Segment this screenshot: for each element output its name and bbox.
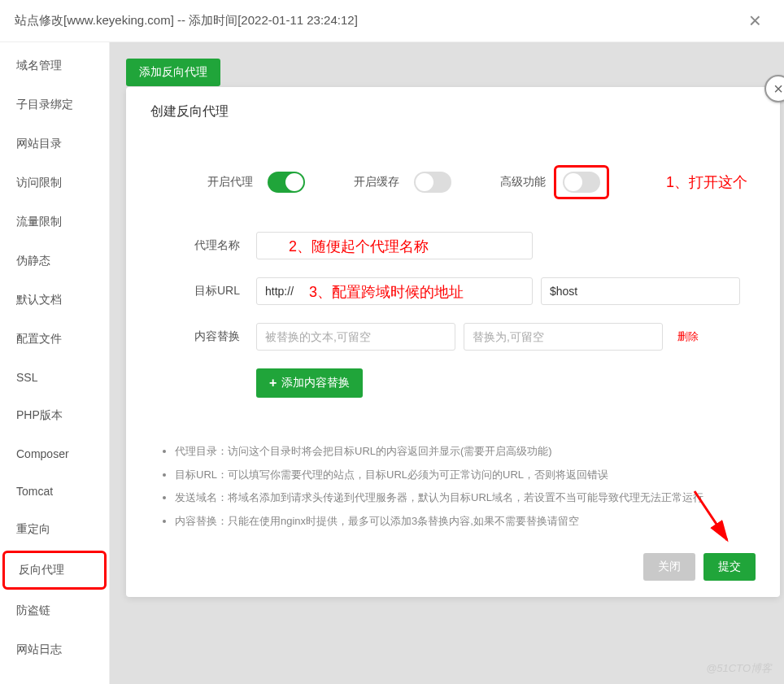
watermark: @51CTO博客	[706, 661, 772, 676]
header: 站点修改[www.keyeking.com] -- 添加时间[2022-01-1…	[0, 0, 784, 42]
annotation-1: 1、打开这个	[666, 172, 747, 192]
host-input[interactable]	[541, 277, 740, 305]
delete-replace-link[interactable]: 删除	[677, 329, 699, 344]
content-replace-row: 内容替换 删除	[159, 323, 747, 351]
sidebar-item-config[interactable]: 配置文件	[0, 320, 109, 359]
close-icon[interactable]: ×	[741, 8, 769, 33]
advanced-highlight-box	[554, 165, 609, 199]
target-url-label: 目标URL	[159, 284, 240, 298]
enable-cache-label: 开启缓存	[354, 175, 399, 190]
proxy-name-row: 代理名称 2、随便起个代理名称	[159, 232, 747, 259]
enable-proxy-label: 开启代理	[207, 175, 253, 190]
help-item: 发送域名：将域名添加到请求头传递到代理服务器，默认为目标URL域名，若设置不当可…	[175, 486, 747, 510]
replace-from-input[interactable]	[256, 323, 455, 351]
content-area: 添加反向代理 × 创建反向代理 开启代理 开启缓存 高级功	[110, 42, 784, 684]
sidebar-item-access[interactable]: 访问限制	[0, 163, 109, 203]
sidebar-item-php[interactable]: PHP版本	[0, 396, 109, 435]
toggle-group-proxy: 开启代理	[207, 172, 305, 193]
sidebar-item-pseudo[interactable]: 伪静态	[0, 242, 109, 281]
sidebar-item-ssl[interactable]: SSL	[0, 359, 109, 396]
proxy-name-label: 代理名称	[159, 238, 240, 253]
replace-to-input[interactable]	[464, 323, 663, 351]
help-item: 代理目录：访问这个目录时将会把目标URL的内容返回并显示(需要开启高级功能)	[175, 440, 747, 464]
add-content-replace-button[interactable]: + 添加内容替换	[256, 368, 363, 398]
add-replace-label: 添加内容替换	[281, 376, 350, 390]
toggle-group-cache: 开启缓存	[354, 172, 451, 193]
submit-button[interactable]: 提交	[703, 553, 756, 581]
help-item: 内容替换：只能在使用nginx时提供，最多可以添加3条替换内容,如果不需要替换请…	[175, 510, 747, 534]
cancel-button[interactable]: 关闭	[643, 553, 695, 581]
content-replace-label: 内容替换	[159, 329, 240, 344]
sidebar-item-composer[interactable]: Composer	[0, 435, 109, 473]
sidebar-item-sitedir[interactable]: 网站目录	[0, 124, 109, 163]
sidebar-item-subdir[interactable]: 子目录绑定	[0, 85, 109, 124]
enable-cache-toggle[interactable]	[414, 172, 451, 193]
advanced-toggle[interactable]	[563, 172, 600, 193]
add-reverse-proxy-button[interactable]: 添加反向代理	[126, 59, 220, 86]
sidebar-item-traffic[interactable]: 流量限制	[0, 203, 109, 242]
proxy-name-input[interactable]	[256, 232, 533, 259]
modal-body: 开启代理 开启缓存 高级功能 1、打开这个	[126, 133, 780, 424]
main-area: 域名管理 子目录绑定 网站目录 访问限制 流量限制 伪静态 默认文档 配置文件 …	[0, 42, 784, 684]
toggle-row: 开启代理 开启缓存 高级功能 1、打开这个	[159, 165, 747, 199]
sidebar-item-logs[interactable]: 网站日志	[0, 630, 109, 669]
sidebar-item-reverse-proxy[interactable]: 反向代理	[2, 551, 107, 590]
help-list: 代理目录：访问这个目录时将会把目标URL的内容返回并显示(需要开启高级功能) 目…	[142, 424, 780, 541]
modal-title: 创建反向代理	[126, 87, 780, 133]
advanced-label: 高级功能	[500, 175, 546, 190]
sidebar-item-defaultdoc[interactable]: 默认文档	[0, 281, 109, 320]
toggle-group-advanced: 高级功能	[500, 165, 609, 199]
enable-proxy-toggle[interactable]	[268, 172, 305, 193]
create-proxy-modal: × 创建反向代理 开启代理 开启缓存 高级功能	[126, 87, 780, 597]
sidebar-item-domain[interactable]: 域名管理	[0, 46, 109, 85]
target-url-row: 目标URL 3、配置跨域时候的地址	[159, 277, 747, 305]
help-item: 目标URL：可以填写你需要代理的站点，目标URL必须为可正常访问的URL，否则将…	[175, 464, 747, 487]
sidebar-item-hotlink[interactable]: 防盗链	[0, 591, 109, 630]
sidebar-item-redirect[interactable]: 重定向	[0, 510, 109, 549]
target-url-input[interactable]	[256, 277, 533, 305]
header-title: 站点修改[www.keyeking.com] -- 添加时间[2022-01-1…	[15, 13, 358, 28]
plus-icon: +	[269, 376, 277, 390]
modal-footer: 关闭 提交	[126, 541, 780, 581]
sidebar: 域名管理 子目录绑定 网站目录 访问限制 流量限制 伪静态 默认文档 配置文件 …	[0, 42, 110, 684]
add-replace-row: + 添加内容替换	[159, 368, 747, 398]
sidebar-item-tomcat[interactable]: Tomcat	[0, 473, 109, 510]
